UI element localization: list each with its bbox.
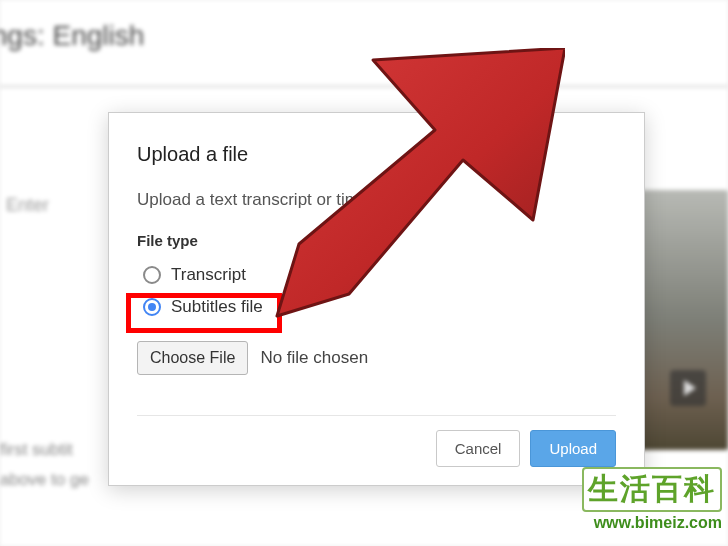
background-enter-hint: Enter	[6, 195, 49, 216]
cancel-button[interactable]: Cancel	[436, 430, 521, 467]
background-footer-line2: above to ge	[0, 465, 89, 496]
dialog-footer: Cancel Upload	[137, 415, 616, 467]
watermark-url: www.bimeiz.com	[582, 514, 722, 532]
dialog-instruction: Upload a text transcript or timed	[137, 190, 616, 210]
background-footer-text: first subtit above to ge	[0, 435, 89, 496]
radio-subtitles-file[interactable]: Subtitles file	[141, 295, 616, 319]
upload-button[interactable]: Upload	[530, 430, 616, 467]
filetype-radio-group: Transcript Subtitles file	[141, 263, 616, 319]
background-video-thumbnail	[638, 190, 728, 450]
radio-button-icon	[143, 298, 161, 316]
radio-button-icon	[143, 266, 161, 284]
radio-transcript[interactable]: Transcript	[141, 263, 616, 287]
radio-subtitles-label: Subtitles file	[171, 297, 263, 317]
upload-file-dialog: Upload a file Upload a text transcript o…	[108, 112, 645, 486]
background-header: nings: English	[0, 0, 728, 88]
dialog-title: Upload a file	[137, 143, 616, 166]
play-icon[interactable]	[670, 370, 706, 406]
no-file-chosen-label: No file chosen	[260, 348, 368, 368]
background-footer-line1: first subtit	[0, 435, 89, 466]
radio-transcript-label: Transcript	[171, 265, 246, 285]
watermark-title: 生活百科	[582, 467, 722, 512]
choose-file-button[interactable]: Choose File	[137, 341, 248, 375]
file-chooser-row: Choose File No file chosen	[137, 341, 616, 375]
watermark: 生活百科 www.bimeiz.com	[582, 467, 722, 532]
filetype-label: File type	[137, 232, 616, 249]
